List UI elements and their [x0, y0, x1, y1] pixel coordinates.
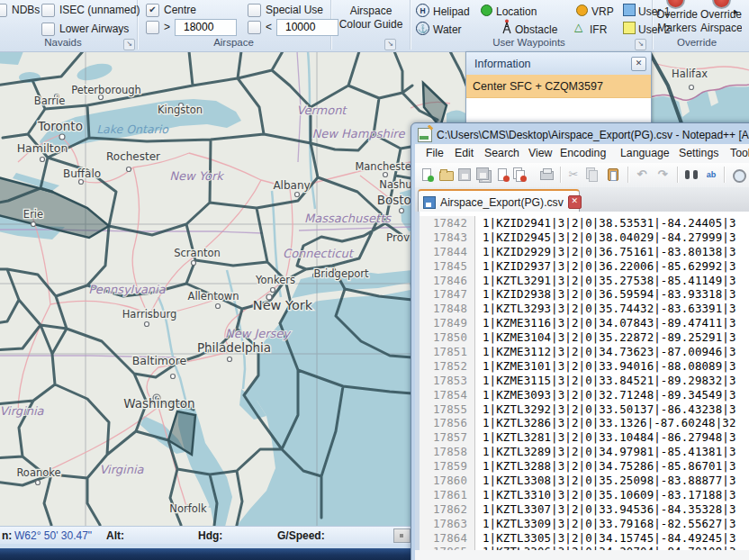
zoom-in-icon[interactable]	[731, 167, 745, 182]
editor-row[interactable]: 178591|KZTL3288|3|2|0|34.75286|-85.86701…	[420, 459, 749, 474]
checkbox-icon	[41, 4, 55, 17]
menu-view[interactable]: View	[525, 146, 555, 160]
menu-edit[interactable]: Edit	[451, 146, 477, 160]
editor-row[interactable]: 178551|KZTL3292|3|2|0|33.50137|-86.43238…	[420, 402, 749, 417]
location-label: Location	[496, 5, 537, 18]
lower-airways-checkbox[interactable]: Lower Airways	[41, 22, 129, 36]
replace-icon[interactable]: ab	[704, 167, 718, 182]
line-text: 1|KZTL3308|3|2|0|35.25098|-83.88877|3	[475, 474, 736, 488]
map-label: Virginia	[99, 463, 144, 476]
water-label: Water	[433, 23, 462, 36]
editor-row[interactable]: 178481|KZTL3293|3|2|0|35.74432|-83.63391…	[420, 302, 749, 316]
undo-icon[interactable]: ↶	[635, 167, 649, 182]
menu-file[interactable]: File	[422, 146, 447, 160]
ribbon-toolbar: NDBs ISEC (unnamed) Lower Airways Navaid…	[0, 0, 749, 52]
find-icon[interactable]	[684, 167, 699, 182]
map-scrollbar-button[interactable]	[393, 528, 411, 543]
centre-checkbox[interactable]: ✔ Centre	[146, 3, 196, 17]
menu-language[interactable]: Language	[617, 146, 673, 160]
editor-row[interactable]: 178601|KZTL3308|3|2|0|35.25098|-83.88877…	[420, 474, 749, 488]
cut-icon[interactable]: ✂	[566, 167, 581, 182]
menu-tools[interactable]: Tools	[726, 146, 749, 160]
line-text: 1|KZTL3309|3|2|0|33.79168|-82.55627|3	[475, 517, 736, 531]
map-label: Halifax	[672, 68, 708, 80]
editor-row[interactable]: 178431|KZID2945|3|2|0|38.04029|-84.27999…	[420, 230, 749, 245]
save-all-icon[interactable]	[476, 167, 491, 182]
save-icon[interactable]	[457, 167, 472, 182]
close-file-icon[interactable]	[495, 167, 510, 182]
water-waypoint-item[interactable]: Water	[433, 23, 462, 37]
ndbs-checkbox[interactable]: NDBs	[0, 3, 40, 17]
above-altitude-input[interactable]: 18000	[175, 19, 237, 36]
map-label: Bridgeport	[313, 267, 369, 280]
line-text: 1|KZME3112|3|2|0|34.73623|-87.00946|3	[475, 345, 736, 359]
below-operator-label: <	[266, 21, 272, 33]
hdg-label: Hdg:	[198, 529, 222, 542]
menu-search[interactable]: Search	[481, 146, 523, 160]
editor-row[interactable]: 178511|KZME3112|3|2|0|34.73623|-87.00946…	[420, 345, 749, 359]
close-all-icon[interactable]	[512, 167, 527, 182]
menu-encoding[interactable]: Encoding	[556, 146, 609, 160]
line-text: 1|KZID2945|3|2|0|38.04029|-84.27999|3	[475, 230, 736, 245]
editor-row[interactable]: 178521|KZME3101|3|2|0|33.94016|-88.08089…	[420, 359, 749, 374]
editor-row[interactable]: 178421|KZID2941|3|2|0|38.53531|-84.24405…	[420, 216, 749, 230]
menu-settings[interactable]: Settings	[675, 146, 722, 160]
editor-row[interactable]: 178611|KZTL3310|3|2|0|35.10609|-83.17188…	[420, 488, 749, 502]
editor-row[interactable]: 178621|KZTL3307|3|2|0|33.94536|-84.35328…	[420, 502, 749, 517]
editor-row[interactable]: 178471|KZID2938|3|2|0|36.59594|-83.93318…	[420, 287, 749, 302]
print-icon[interactable]	[539, 167, 554, 182]
navaids-dialog-launcher-icon[interactable]: ↘	[123, 39, 135, 50]
line-number: 17861	[420, 488, 475, 502]
editor-row[interactable]: 178491|KZME3116|3|2|0|34.07843|-89.47411…	[420, 316, 749, 330]
editor-row[interactable]: 178461|KZTL3291|3|2|0|35.27538|-85.41149…	[420, 274, 749, 288]
special-use-checkbox[interactable]: Special Use	[248, 3, 323, 17]
vrp-waypoint-item[interactable]: VRP	[591, 5, 614, 19]
editor-row[interactable]: 178651|KZTL3306|3|2|0|34.20704|-84.70109…	[420, 545, 749, 550]
line-text: 1|KZID2929|3|2|0|36.75161|-83.80138|3	[475, 245, 736, 259]
editor-row[interactable]: 178441|KZID2929|3|2|0|36.75161|-83.80138…	[420, 245, 749, 259]
colour-guide-dialog-launcher-icon[interactable]: ↘	[384, 39, 396, 50]
notepad-editor[interactable]: 178421|KZID2941|3|2|0|38.53531|-84.24405…	[415, 212, 749, 550]
close-icon[interactable]: ✕	[631, 57, 646, 71]
isec-unnamed-checkbox[interactable]: ISEC (unnamed)	[41, 3, 140, 17]
editor-row[interactable]: 178531|KZME3115|3|2|0|33.84521|-89.29832…	[420, 374, 749, 388]
editor-row[interactable]: 178501|KZME3104|3|2|0|35.22872|-89.25291…	[420, 330, 749, 345]
line-text: 1|KZME3093|3|2|0|32.71248|-89.34549|3	[475, 388, 736, 402]
obstacle-waypoint-item[interactable]: Obstacle	[515, 23, 557, 37]
notepad-titlebar[interactable]: C:\Users\CMS\Desktop\Airspace_Export(PG)…	[414, 125, 749, 144]
map-label: Buffalo	[63, 167, 101, 180]
map-label: Norfolk	[169, 502, 207, 515]
editor-row[interactable]: 178561|KZTL3286|3|2|0|33.1326|-87.60248|…	[420, 416, 749, 430]
below-altitude-input[interactable]: 10000	[276, 19, 338, 36]
line-text: 1|KZME3104|3|2|0|35.22872|-89.25291|3	[475, 330, 736, 345]
editor-row[interactable]: 178571|KZTL3281|3|2|0|33.10484|-86.27948…	[420, 430, 749, 445]
toolbar-separator	[724, 167, 726, 183]
line-text: 1|KZTL3292|3|2|0|33.50137|-86.43238|3	[475, 402, 736, 417]
tab-close-icon[interactable]: ✕	[568, 195, 582, 209]
helipad-waypoint-item[interactable]: Helipad	[433, 5, 470, 19]
editor-row[interactable]: 178641|KZTL3305|3|2|0|34.15745|-84.49245…	[420, 531, 749, 546]
open-file-icon[interactable]	[438, 167, 453, 182]
editor-row[interactable]: 178631|KZTL3309|3|2|0|33.79168|-82.55627…	[420, 517, 749, 531]
editor-row[interactable]: 178581|KZTL3289|3|2|0|34.97981|-85.41381…	[420, 445, 749, 459]
paste-icon[interactable]	[606, 167, 620, 182]
ribbon-flyout-arrow-icon[interactable]: ▸	[734, 6, 738, 16]
map-label: Rochester	[106, 150, 160, 163]
information-selected-item[interactable]: Center SFC + CZQM3597	[466, 75, 651, 98]
toolbar-separator	[677, 167, 679, 183]
new-file-icon[interactable]	[420, 167, 434, 182]
redo-icon[interactable]: ↷	[655, 167, 670, 182]
copy-icon[interactable]	[585, 167, 600, 182]
above-checkbox[interactable]	[146, 21, 159, 34]
below-checkbox[interactable]	[248, 21, 261, 34]
location-waypoint-item[interactable]: Location	[496, 5, 537, 19]
tab-airspace-export[interactable]: Airspace_Export(PG).csv ✕	[418, 189, 580, 213]
user-waypoints-dialog-launcher-icon[interactable]: ↘	[635, 39, 646, 50]
tab-label: Airspace_Export(PG).csv	[440, 196, 564, 209]
editor-row[interactable]: 178541|KZME3093|3|2|0|32.71248|-89.34549…	[420, 388, 749, 402]
override-markers-button[interactable]: Override Markers	[654, 8, 699, 35]
line-text: 1|KZME3101|3|2|0|33.94016|-88.08089|3	[475, 359, 736, 374]
editor-row[interactable]: 178451|KZID2937|3|2|0|36.22006|-85.62992…	[420, 259, 749, 274]
ifr-waypoint-item[interactable]: IFR	[590, 23, 607, 37]
airspace-colour-guide-button[interactable]: Airspace Colour Guide	[332, 5, 410, 32]
